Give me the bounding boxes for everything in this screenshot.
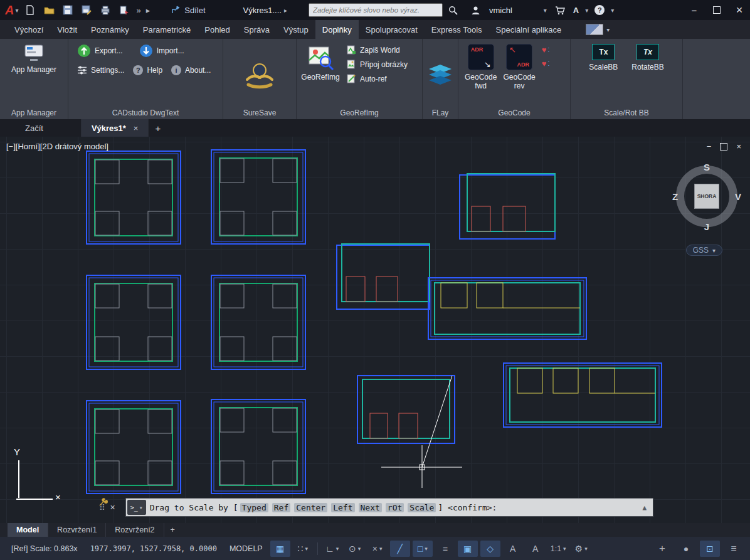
georefimg-button[interactable]: GeoRefImg [300,44,341,82]
cad-rect[interactable] [95,159,172,236]
gss-control[interactable]: GSS ▾ [686,245,722,256]
help-icon[interactable]: ? [594,5,605,15]
cad-rect[interactable] [220,159,244,182]
cad-rect[interactable] [89,154,178,241]
layout-tab-model[interactable]: Model [8,523,48,537]
tab-pohled[interactable]: Pohled [198,20,236,39]
cad-rect[interactable] [87,401,181,494]
plot-icon[interactable] [98,3,112,17]
new-drawing-tab-button[interactable]: + [149,119,167,137]
annotation-visibility-toggle[interactable]: A [503,541,523,557]
osnap-tracking-toggle[interactable]: ×▾ [367,541,388,557]
access-caret-icon[interactable]: ▾ [585,7,588,14]
panel-title-dwgtext[interactable]: CADstudio DwgText [68,108,223,117]
panel-title-flay[interactable]: FLay [423,108,458,117]
command-keyword[interactable]: Ref [272,503,290,512]
panel-title-suresave[interactable]: SureSave [223,108,296,117]
publish-icon[interactable] [117,3,131,17]
new-file-icon[interactable] [23,3,37,17]
dwgtext-export-button[interactable]: Export... [77,44,123,58]
tab-doplnky[interactable]: Doplňky [315,20,359,39]
cad-rect[interactable] [477,283,503,308]
cad-rect[interactable] [95,284,119,308]
cad-rect[interactable] [148,160,172,184]
cad-rect[interactable] [87,151,181,244]
share-button[interactable]: Sdílet [171,6,205,15]
cad-rect[interactable] [95,283,172,361]
cad-rect[interactable] [399,413,418,438]
isodraft-toggle[interactable]: ╱ [390,541,410,557]
viewcube-west-label[interactable]: Z [672,191,678,202]
cad-rect[interactable] [342,244,430,302]
move-tool-button[interactable]: + [652,541,672,557]
polar-tracking-toggle[interactable]: ⊙▾ [345,541,365,557]
cad-rect[interactable] [273,408,297,432]
cad-rect[interactable] [362,379,450,438]
close-button[interactable]: × [729,1,750,19]
user-name[interactable]: vmichl [489,6,512,15]
cad-rect[interactable] [95,337,119,361]
cad-rect[interactable] [472,206,490,231]
cad-rect[interactable] [211,150,305,244]
cad-rect[interactable] [346,277,365,302]
cad-rect[interactable] [148,337,172,361]
cad-rect[interactable] [219,283,297,361]
command-keyword[interactable]: rOt [386,503,404,512]
file-tab-drawing1[interactable]: Výkres1* × [82,119,149,137]
clean-screen-button[interactable]: ⊡ [700,541,720,557]
customization-gear-button[interactable]: ⚙▾ [571,541,591,557]
attach-images-button[interactable]: Připoj obrázky [347,60,408,69]
qat-more-icon[interactable]: » [136,6,140,15]
cad-rect[interactable] [273,284,297,308]
autocad-logo[interactable]: A [0,3,15,18]
help-caret-icon[interactable]: ▾ [611,7,614,14]
dwgtext-help-button[interactable]: ? Help [133,65,162,75]
autodesk-access-icon[interactable]: A [573,6,579,15]
command-keyword[interactable]: Typed [240,503,268,512]
cad-rect[interactable] [220,211,244,235]
dwgtext-import-button[interactable]: Import... [139,44,184,58]
model-space-button[interactable]: MODELP [224,544,268,553]
cad-rect[interactable] [219,408,297,485]
tab-specialni-aplikace[interactable]: Speciální aplikace [489,20,569,39]
cad-rect[interactable] [273,337,297,361]
cad-rect[interactable] [214,278,303,367]
cad-rect[interactable] [220,408,244,432]
save-as-icon[interactable] [80,3,93,17]
panel-title-scalerot[interactable]: Scale/Rot BB [571,108,682,117]
tab-express-tools[interactable]: Express Tools [425,20,489,39]
cad-rect[interactable] [214,152,303,241]
open-file-icon[interactable] [42,3,56,17]
cad-rect[interactable] [503,206,526,231]
cad-rect[interactable] [211,399,305,494]
tab-vlozit[interactable]: Vložit [50,20,84,39]
command-keyword[interactable]: Scale [408,503,436,512]
snap-toggle[interactable]: ∷▾ [293,541,313,557]
cart-icon[interactable] [553,3,567,17]
file-tab-close-icon[interactable]: × [134,124,139,133]
cad-rect[interactable] [89,278,178,367]
write-world-button[interactable]: Zapiš World [347,45,408,55]
drawing-area[interactable]: [−][Horní][2D drátový model] − × SHORA S… [0,137,750,523]
layout-tab-rozvrzeni1[interactable]: Rozvržení1 [48,523,106,537]
rotatebb-button[interactable]: Tx RotateBB [631,44,663,71]
save-icon[interactable] [61,3,75,17]
viewcube-north-label[interactable]: S [704,162,710,172]
panel-title-app-manager[interactable]: App Manager [0,108,68,117]
cad-rect[interactable] [148,284,172,308]
command-history-icon[interactable]: ▲ [642,504,647,512]
cad-rect[interactable] [510,368,655,422]
viewcube-south-label[interactable]: J [704,221,709,232]
tab-vychozi[interactable]: Výchozí [8,20,50,39]
command-keyword[interactable]: Left [331,503,354,512]
tab-sprava[interactable]: Správa [237,20,277,39]
cad-rect[interactable] [273,159,297,182]
command-input[interactable]: >_▾ Drag to Scale by [TypedRefCenterLeft… [125,498,653,517]
tab-vystup[interactable]: Výstup [277,20,315,39]
user-menu-caret-icon[interactable]: ▾ [544,7,547,14]
cad-rect[interactable] [435,283,580,334]
cad-rect[interactable] [220,461,244,485]
panel-title-geocode[interactable]: GeoCode [458,108,570,117]
cad-rect[interactable] [504,363,662,427]
cad-rect[interactable] [95,409,172,485]
